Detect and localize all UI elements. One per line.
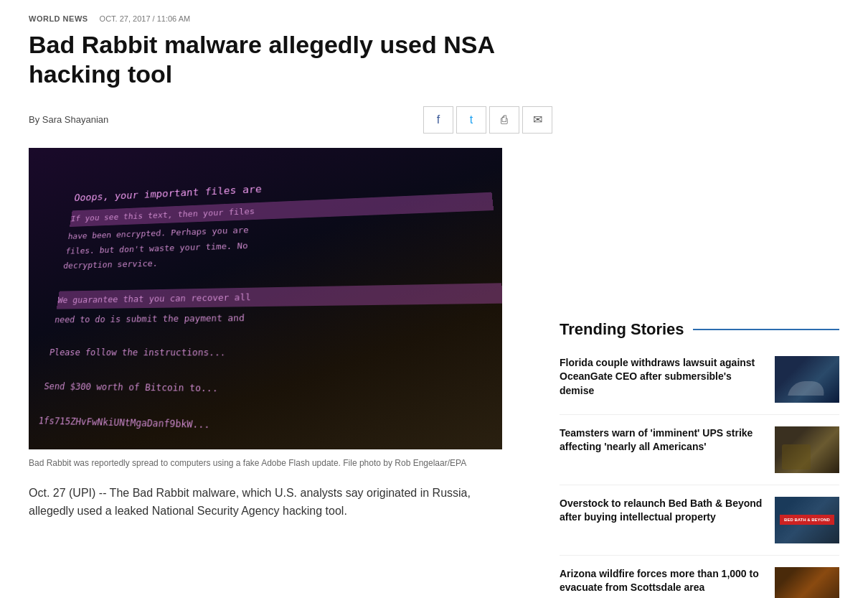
trending-thumb-wildfire xyxy=(775,567,839,598)
sidebar: Trending Stories Florida couple withdraw… xyxy=(560,148,839,598)
trending-item-wildfire[interactable]: Arizona wildfire forces more than 1,000 … xyxy=(560,556,839,598)
image-caption: Bad Rabbit was reportedly spread to comp… xyxy=(29,457,502,469)
date-label: OCT. 27, 2017 / 11:06 AM xyxy=(100,14,191,23)
page-wrapper: WORLD NEWS OCT. 27, 2017 / 11:06 AM Bad … xyxy=(0,0,868,598)
trending-title: Trending Stories xyxy=(560,320,839,339)
trending-item-overstock[interactable]: Overstock to relaunch Bed Bath & Beyond … xyxy=(560,485,839,556)
article-title: Bad Rabbit malware allegedly used NSA ha… xyxy=(29,30,516,89)
article-image: Ooops, your important files are If you s… xyxy=(29,148,502,449)
trending-item-text-ups: Teamsters warn of 'imminent' UPS strike … xyxy=(560,426,766,454)
main-content: Ooops, your important files are If you s… xyxy=(29,148,516,598)
trending-item-text-overstock: Overstock to relaunch Bed Bath & Beyond … xyxy=(560,497,766,525)
content-layout: Ooops, your important files are If you s… xyxy=(29,148,839,598)
trending-thumb-oceangate xyxy=(775,356,839,403)
trending-item-ups[interactable]: Teamsters warn of 'imminent' UPS strike … xyxy=(560,415,839,485)
twitter-share-button[interactable]: t xyxy=(456,106,486,134)
trending-item-text-oceangate: Florida couple withdraws lawsuit against… xyxy=(560,356,766,398)
trending-list: Florida couple withdraws lawsuit against… xyxy=(560,345,839,598)
article-body: Oct. 27 (UPI) -- The Bad Rabbit malware,… xyxy=(29,484,502,520)
trending-item-oceangate[interactable]: Florida couple withdraws lawsuit against… xyxy=(560,345,839,415)
author-share-row: By Sara Shayanian f t ⎙ ✉ xyxy=(29,106,552,134)
trending-item-text-wildfire: Arizona wildfire forces more than 1,000 … xyxy=(560,567,766,595)
trending-thumb-ups xyxy=(775,426,839,473)
category-label: WORLD NEWS xyxy=(29,14,88,23)
ransomware-text-overlay: Ooops, your important files are If you s… xyxy=(37,169,502,442)
category-date-row: WORLD NEWS OCT. 27, 2017 / 11:06 AM xyxy=(29,14,839,23)
print-button[interactable]: ⎙ xyxy=(489,106,519,134)
share-buttons: f t ⎙ ✉ xyxy=(423,106,552,134)
trending-thumb-overstock xyxy=(775,497,839,543)
author-text: By Sara Shayanian xyxy=(29,114,108,125)
email-button[interactable]: ✉ xyxy=(522,106,552,134)
article-image-wrapper: Ooops, your important files are If you s… xyxy=(29,148,516,449)
facebook-share-button[interactable]: f xyxy=(423,106,453,134)
ransomware-screen: Ooops, your important files are If you s… xyxy=(29,148,502,449)
